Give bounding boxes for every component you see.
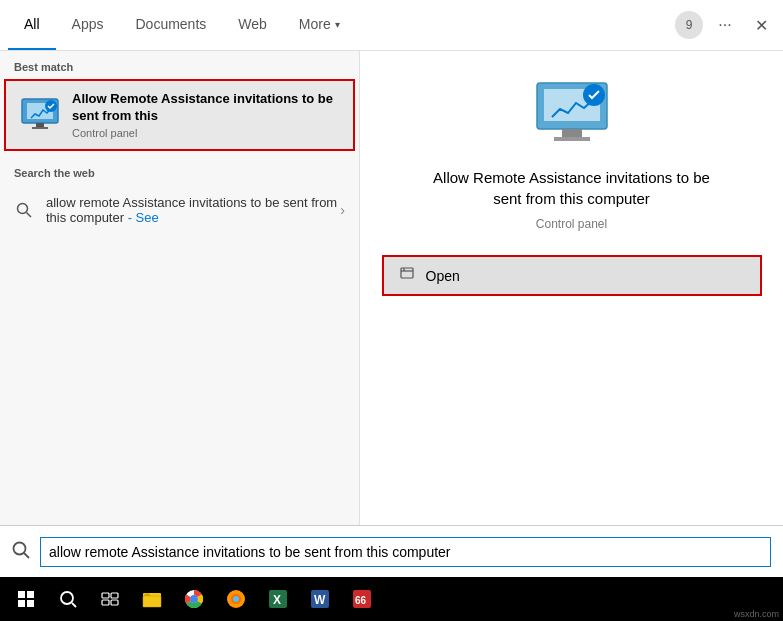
svg-rect-24: [102, 600, 109, 605]
control-panel-icon: [20, 95, 60, 135]
best-match-label: Best match: [0, 51, 359, 79]
open-button[interactable]: Open: [382, 255, 762, 296]
left-panel: Best match Allow R: [0, 51, 360, 525]
start-button[interactable]: [6, 579, 46, 619]
svg-point-29: [190, 595, 198, 603]
taskbar-app66[interactable]: 66: [342, 579, 382, 619]
tab-all-label: All: [24, 16, 40, 32]
svg-rect-16: [18, 591, 25, 598]
web-search-label: Search the web: [0, 157, 359, 185]
svg-point-5: [18, 203, 28, 213]
taskbar-excel[interactable]: X: [258, 579, 298, 619]
web-search-item[interactable]: allow remote Assistance invitations to b…: [0, 185, 359, 235]
nav-actions: 9 ··· ✕: [675, 0, 775, 50]
svg-line-6: [27, 212, 32, 217]
open-label: Open: [426, 268, 460, 284]
web-search-text: allow remote Assistance invitations to b…: [46, 195, 340, 225]
right-panel: Allow Remote Assistance invitations to b…: [360, 51, 783, 525]
svg-rect-2: [36, 123, 44, 127]
nav-badge[interactable]: 9: [675, 11, 703, 39]
svg-line-15: [24, 553, 29, 558]
svg-rect-17: [27, 591, 34, 598]
search-icon: [14, 200, 34, 220]
task-view-button[interactable]: [90, 579, 130, 619]
search-window: All Apps Documents Web More ▾ 9 ··· ✕: [0, 0, 783, 621]
tab-more[interactable]: More ▾: [283, 0, 356, 50]
nav-bar: All Apps Documents Web More ▾ 9 ··· ✕: [0, 0, 783, 51]
svg-rect-9: [562, 129, 582, 137]
tab-web[interactable]: Web: [222, 0, 283, 50]
svg-rect-12: [401, 268, 413, 278]
taskbar-word[interactable]: W: [300, 579, 340, 619]
svg-rect-25: [111, 600, 118, 605]
watermark: wsxdn.com: [734, 609, 779, 619]
svg-text:66: 66: [355, 595, 367, 606]
tab-documents[interactable]: Documents: [119, 0, 222, 50]
close-icon[interactable]: ✕: [747, 11, 775, 39]
tab-apps[interactable]: Apps: [56, 0, 120, 50]
taskbar: X W 66 wsxdn.com: [0, 577, 783, 621]
nav-tabs: All Apps Documents Web More ▾: [8, 0, 356, 50]
best-match-item[interactable]: Allow Remote Assistance invitations to b…: [4, 79, 355, 151]
tab-apps-label: Apps: [72, 16, 104, 32]
searchbar-icon: [12, 541, 30, 563]
best-match-subtitle: Control panel: [72, 127, 339, 139]
more-options-icon[interactable]: ···: [711, 11, 739, 39]
tab-all[interactable]: All: [8, 0, 56, 50]
search-input[interactable]: [40, 537, 771, 567]
svg-point-14: [14, 542, 26, 554]
chevron-right-icon: ›: [340, 202, 345, 218]
right-panel-subtitle: Control panel: [536, 217, 607, 231]
tab-documents-label: Documents: [135, 16, 206, 32]
svg-rect-3: [32, 127, 48, 129]
best-match-text: Allow Remote Assistance invitations to b…: [72, 91, 339, 139]
svg-point-32: [233, 596, 239, 602]
svg-text:X: X: [273, 593, 281, 607]
taskbar-search-button[interactable]: [48, 579, 88, 619]
taskbar-explorer[interactable]: [132, 579, 172, 619]
svg-rect-19: [27, 600, 34, 607]
result-icon: [532, 81, 612, 151]
content-area: Best match Allow R: [0, 51, 783, 525]
svg-rect-27: [143, 596, 161, 607]
open-icon: [400, 267, 416, 284]
svg-rect-10: [554, 137, 590, 141]
svg-point-20: [61, 592, 73, 604]
svg-rect-23: [111, 593, 118, 598]
best-match-title: Allow Remote Assistance invitations to b…: [72, 91, 339, 125]
svg-line-21: [72, 603, 76, 607]
taskbar-firefox[interactable]: [216, 579, 256, 619]
svg-rect-22: [102, 593, 109, 598]
tab-more-label: More: [299, 16, 331, 32]
svg-rect-18: [18, 600, 25, 607]
tab-web-label: Web: [238, 16, 267, 32]
right-panel-title: Allow Remote Assistance invitations to b…: [422, 167, 722, 209]
chevron-down-icon: ▾: [335, 19, 340, 30]
svg-text:W: W: [314, 593, 326, 607]
taskbar-chrome[interactable]: [174, 579, 214, 619]
search-bar: [0, 525, 783, 577]
